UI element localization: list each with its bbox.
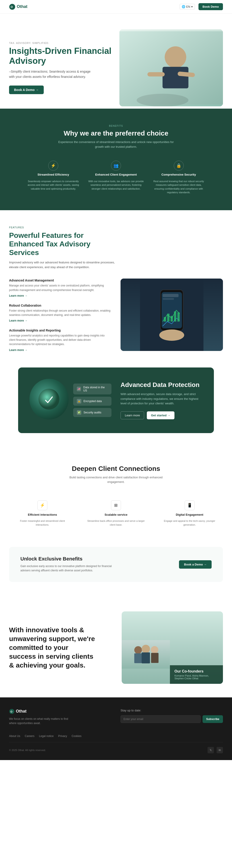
benefit-item-security: 🔒 Comprehensive Security Rest assured kn… xyxy=(151,161,207,194)
subscribe-button[interactable]: Subscribe xyxy=(203,715,223,723)
chevron-down-icon: ▾ xyxy=(191,5,193,8)
svg-rect-27 xyxy=(151,653,158,663)
navigation: O Othat 🌐 EN ▾ Book Demo xyxy=(0,0,232,13)
svg-point-26 xyxy=(151,646,158,653)
feature-title-2: Actionable Insights and Reporting xyxy=(9,329,112,332)
unlock-cta-button[interactable]: Book a Demo → xyxy=(179,560,212,569)
engagement-icon: 👥 xyxy=(111,161,121,170)
learn-more-2[interactable]: Learn more → xyxy=(9,348,112,352)
arrow-icon-2: → xyxy=(25,348,27,352)
footer-copyright: © 2025 Othat. All rights reserved. xyxy=(9,749,46,751)
benefits-title: Why we are the preferred choice xyxy=(9,129,223,137)
dp-right: Advanced Data Protection With advanced e… xyxy=(120,381,203,419)
twitter-icon[interactable]: 𝕏 xyxy=(207,747,214,753)
dp-title: Advanced Data Protection xyxy=(120,381,203,389)
conn-title-1: Scalable service xyxy=(105,513,127,516)
svg-point-24 xyxy=(142,645,150,653)
features-list: Advanced Asset Management Manage and acc… xyxy=(9,279,112,351)
language-selector[interactable]: 🌐 EN ▾ xyxy=(180,4,195,9)
benefit-desc-2: Rest assured knowing that our robust sec… xyxy=(151,180,207,194)
dp-get-started-button[interactable]: Get started → xyxy=(147,411,174,419)
benefits-tag: Benefits xyxy=(9,124,223,127)
unlock-section: Unlock Exclusive Benefits Gain exclusive… xyxy=(9,547,223,582)
svg-point-4 xyxy=(165,46,186,68)
benefit-desc-1: With our innovative tools, tax advisors … xyxy=(88,180,144,191)
hero-tag: Tax. Advisory. Simplified. xyxy=(9,42,113,44)
founders-overlay-names: Komarov Pand, Aisha Mannon, Stephen Cric… xyxy=(174,674,219,680)
logo-icon: O xyxy=(9,4,16,10)
benefits-section: Benefits Why we are the preferred choice… xyxy=(0,108,232,210)
svg-rect-10 xyxy=(162,292,182,328)
nav-book-demo-button[interactable]: Book Demo xyxy=(199,3,223,10)
svg-point-22 xyxy=(134,646,142,654)
footer-link-about[interactable]: About Us xyxy=(9,735,20,738)
lock-icon: 🔒 xyxy=(77,399,81,403)
benefit-name-2: Comprehensive Security xyxy=(161,173,196,176)
security-icon: 🔒 xyxy=(174,161,184,170)
dp-orb xyxy=(29,379,69,420)
features-title: Powerful Features for Enhanced Tax Advis… xyxy=(9,231,100,257)
learn-more-1[interactable]: Learn more → xyxy=(9,319,112,322)
footer-logo-icon: O xyxy=(9,709,14,714)
connections-subtitle: Build lasting connections and drive clie… xyxy=(66,475,166,485)
arrow-icon-1: → xyxy=(25,319,27,322)
benefit-name-0: Streamlined Efficiency xyxy=(38,173,69,176)
unlock-title: Unlock Exclusive Benefits xyxy=(20,556,116,562)
connection-item-digital: 📱 Digital Engagement Engage and appeal t… xyxy=(156,496,223,531)
footer-link-legal[interactable]: Legal notice xyxy=(39,735,54,738)
arrow-icon: → xyxy=(25,294,27,297)
founders-left: With innovative tools & unwavering suppo… xyxy=(9,625,110,670)
footer-link-cookies[interactable]: Cookies xyxy=(71,735,81,738)
digital-icon: 📱 xyxy=(185,500,195,510)
founders-quote: With innovative tools & unwavering suppo… xyxy=(9,625,95,670)
benefits-subtitle: Experience the convenience of streamline… xyxy=(57,140,175,149)
hero-subtitle: –Simplify client interactions; Seamlessl… xyxy=(9,69,91,79)
features-subtitle: Improved advisory with our advanced feat… xyxy=(9,260,122,270)
dp-card-security: ✅ Security audits xyxy=(73,408,112,417)
conn-title-0: Efficient interactions xyxy=(28,513,57,516)
svg-point-20 xyxy=(38,389,59,409)
connections-title: Deepen Client Connections xyxy=(9,465,223,472)
footer-right: Stay up to date: Subscribe xyxy=(120,709,223,725)
conn-title-2: Digital Engagement xyxy=(176,513,203,516)
hero-visual xyxy=(119,29,223,106)
feature-item-insights: Actionable Insights and Reporting Levera… xyxy=(9,329,112,352)
feature-desc-1: Foster strong client relationships throu… xyxy=(9,309,112,317)
svg-rect-14 xyxy=(174,311,176,321)
footer-link-careers[interactable]: Careers xyxy=(25,735,34,738)
footer-links: About Us Careers Legal notice Privacy Co… xyxy=(9,735,223,738)
orb-icon xyxy=(38,388,60,410)
svg-text:O: O xyxy=(11,5,13,9)
svg-point-3 xyxy=(137,94,188,106)
footer-link-privacy[interactable]: Privacy xyxy=(58,735,67,738)
founders-overlay-title: Our Co-founders xyxy=(174,669,219,673)
founders-image: Our Co-founders Komarov Pand, Aisha Mann… xyxy=(122,611,223,684)
nav-right: 🌐 EN ▾ Book Demo xyxy=(180,3,223,10)
unlock-content: Unlock Exclusive Benefits Gain exclusive… xyxy=(20,556,116,573)
newsletter-title: Stay up to date: xyxy=(120,709,223,712)
linkedin-icon[interactable]: in xyxy=(216,747,223,753)
connection-item-scalable: ⊞ Scalable service Streamline back-offic… xyxy=(83,496,149,531)
footer-desc: We focus on clients on what really matte… xyxy=(9,717,72,725)
dp-buttons: Learn more Get started → xyxy=(120,411,203,419)
footer: O Othat We focus on clients on what real… xyxy=(0,698,232,760)
benefit-desc-0: Seamlessly empower advisors to convenien… xyxy=(25,180,81,191)
hero-illustration xyxy=(119,29,223,106)
svg-rect-5 xyxy=(163,67,188,88)
footer-top: O Othat We focus on clients on what real… xyxy=(9,709,223,725)
email-input[interactable] xyxy=(120,715,201,723)
footer-left: O Othat We focus on clients on what real… xyxy=(9,709,112,725)
dp-card-encrypted: 🔒 Encrypted data xyxy=(73,397,112,406)
dp-visual-area: 🇺🇸 Data stored in the US 🔒 Encrypted dat… xyxy=(29,379,112,422)
feature-title-1: Robust Collaboration xyxy=(9,304,112,307)
learn-more-0[interactable]: Learn more → xyxy=(9,294,112,297)
connections-section: Deepen Client Connections Build lasting … xyxy=(0,449,232,547)
feature-title-0: Advanced Asset Management xyxy=(9,279,112,282)
svg-text:O: O xyxy=(10,710,12,713)
feature-item-asset: Advanced Asset Management Manage and acc… xyxy=(9,279,112,297)
founders-section: With innovative tools & unwavering suppo… xyxy=(0,598,232,698)
dp-learn-more-button[interactable]: Learn more xyxy=(120,411,144,419)
hero-cta-button[interactable]: Book A Demo → xyxy=(9,86,44,94)
features-tag: Features xyxy=(9,226,223,229)
benefit-name-1: Enhanced Client Engagement xyxy=(95,173,137,176)
